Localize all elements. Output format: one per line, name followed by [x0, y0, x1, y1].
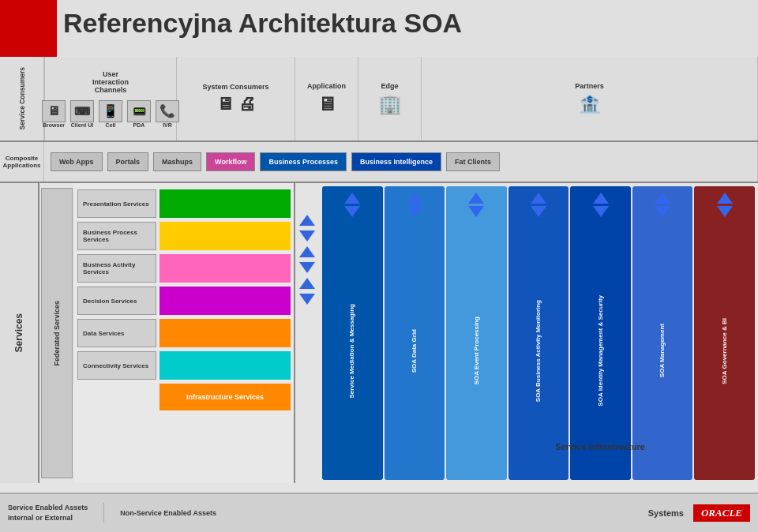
service-consumers-cell: Service Consumers — [0, 57, 44, 140]
connectivity-service-label: Connectivity Services — [77, 351, 156, 380]
datagrid-arrows — [407, 193, 422, 217]
channel-icons-row: 🖥 Browser ⌨ Client UI 📱 Cell 📟 PDA — [42, 100, 179, 128]
datagrid-column: SOA Data Grid — [385, 186, 445, 480]
ivr-channel: 📞 IVR — [156, 100, 179, 128]
business-activity-service-bar — [159, 254, 291, 283]
management-column: SOA Management — [632, 186, 693, 480]
presentation-service-bar — [159, 189, 291, 218]
activity-arrows — [531, 193, 546, 217]
mediation-body: Service Mediation & Messaging — [322, 222, 383, 480]
business-process-service-label: Business Process Services — [77, 222, 156, 250]
page-title: Referencyjna Architektura SOA — [63, 8, 462, 39]
bottom-bar: Service Enabled Assets Internal or Exter… — [0, 493, 758, 532]
data-service-row: Data Services — [77, 319, 291, 347]
header-row: Service Consumers UserInteractionChannel… — [0, 57, 758, 142]
arrow-down-2 — [299, 262, 315, 273]
pda-label: PDA — [133, 122, 145, 128]
service-enabled-label: Service Enabled Assets — [8, 503, 88, 513]
fat-clients-button[interactable]: Fat Clients — [446, 152, 500, 171]
edge-cell: Edge 🏢 — [358, 57, 422, 140]
data-service-label: Data Services — [77, 319, 156, 347]
edge-icon: 🏢 — [378, 93, 402, 115]
arrow-up-1 — [299, 215, 315, 226]
services-label: Services — [13, 313, 24, 352]
presentation-service-row: Presentation Services — [77, 189, 291, 218]
management-text: SOA Management — [659, 324, 666, 377]
pda-channel: 📟 PDA — [127, 100, 151, 128]
governance-arrows — [717, 193, 733, 217]
bottom-right: Systems ORACLE — [648, 504, 750, 522]
edge-label: Edge — [381, 82, 398, 90]
application-label: Application — [307, 82, 346, 90]
service-boxes-area: Presentation Services Business Process S… — [74, 183, 295, 483]
mashups-button[interactable]: Mashups — [153, 152, 201, 171]
connectivity-service-row: Connectivity Services — [77, 351, 291, 380]
arrow-up-2 — [299, 246, 315, 257]
event-arrow-up — [468, 193, 484, 204]
pda-icon: 📟 — [127, 100, 151, 122]
partners-label: Partners — [575, 82, 604, 90]
identity-arrows — [593, 193, 609, 217]
identity-arrow-down — [593, 206, 609, 217]
governance-body: SOA Governance & BI — [694, 222, 755, 480]
activity-arrow-down — [531, 206, 546, 217]
business-process-service-bar — [159, 222, 291, 250]
application-cell: Application 🖥 — [295, 57, 358, 140]
composite-apps-cell: CompositeApplications — [0, 142, 44, 182]
application-icon: 🖥 — [317, 93, 336, 115]
partners-cell: Partners 🏦 — [422, 57, 758, 140]
user-interaction-cell: UserInteractionChannels 🖥 Browser ⌨ Clie… — [44, 57, 177, 140]
activity-arrow-up — [531, 193, 546, 204]
web-apps-button[interactable]: Web Apps — [51, 152, 103, 171]
cell-channel: 📱 Cell — [99, 100, 122, 128]
monitor-icon: 🖨 — [238, 94, 256, 114]
service-consumers-label: Service Consumers — [18, 67, 26, 129]
governance-column: SOA Governance & BI — [694, 186, 755, 480]
browser-channel: 🖥 Browser — [42, 100, 66, 128]
client-ui-channel: ⌨ Client UI — [70, 100, 94, 128]
infrastructure-label: Infrastructure Services — [186, 393, 264, 401]
content-row: Federated Services Presentation Services… — [39, 183, 758, 483]
ivr-icon: 📞 — [156, 100, 179, 122]
workflow-button[interactable]: Workflow — [206, 152, 255, 171]
browser-icon: 🖥 — [42, 100, 66, 122]
datagrid-arrow-up — [407, 193, 422, 204]
inner-content: Federated Services Presentation Services… — [39, 183, 758, 483]
event-arrows — [468, 193, 484, 217]
composite-apps-label: CompositeApplications — [3, 155, 41, 169]
user-interaction-label: UserInteractionChannels — [92, 70, 129, 94]
internal-external-label: Internal or External — [8, 513, 88, 523]
system-consumers-label: System Consumers — [202, 83, 268, 91]
non-service-label: Non-Service Enabled Assets — [104, 509, 216, 517]
service-enabled-assets: Service Enabled Assets Internal or Exter… — [8, 503, 104, 523]
decision-service-bar — [159, 287, 291, 315]
vertical-columns-area: Service Mediation & Messaging SOA Data G… — [319, 183, 758, 483]
event-column: SOA Event Processing — [446, 186, 507, 480]
arrow-down-3 — [299, 294, 315, 305]
mediation-arrows — [344, 193, 360, 217]
management-body: SOA Management — [632, 222, 693, 480]
activity-body: SOA Business Activity Monitoring — [508, 222, 569, 480]
business-processes-button[interactable]: Business Processes — [260, 152, 347, 171]
business-intelligence-button[interactable]: Business Intelligence — [351, 152, 441, 171]
governance-arrow-up — [717, 193, 733, 204]
governance-text: SOA Governance & BI — [721, 318, 729, 384]
mediation-arrow-up — [344, 193, 360, 204]
business-activity-service-row: Business Activity Services — [77, 254, 291, 283]
connectivity-service-bar — [159, 351, 291, 380]
datagrid-body: SOA Data Grid — [385, 222, 445, 480]
management-arrow-down — [655, 206, 670, 217]
page-wrapper: Referencyjna Architektura SOA Service Co… — [0, 0, 758, 532]
composite-row: CompositeApplications Web Apps Portals M… — [0, 142, 758, 183]
portals-button[interactable]: Portals — [107, 152, 149, 171]
data-service-bar — [159, 319, 291, 347]
identity-arrow-up — [593, 193, 609, 204]
management-arrow-up — [655, 193, 670, 204]
oracle-logo: ORACLE — [693, 504, 750, 522]
identity-column: SOA Identity Management & Security — [570, 186, 631, 480]
infra-bar: Infrastructure Services — [159, 384, 291, 410]
client-ui-label: Client UI — [71, 122, 93, 128]
arrows-separator — [295, 183, 319, 483]
decision-service-label: Decision Services — [77, 287, 156, 315]
cell-label: Cell — [106, 122, 116, 128]
